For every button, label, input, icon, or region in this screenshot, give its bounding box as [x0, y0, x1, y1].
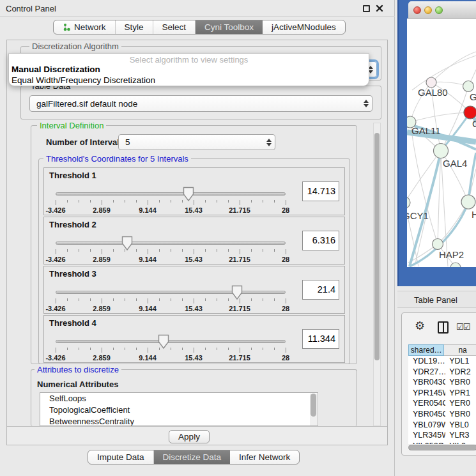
threshold-value-field[interactable]: 6.316 — [302, 231, 339, 250]
split-pane-icon[interactable] — [438, 321, 449, 334]
network-node-partial[interactable] — [450, 263, 461, 267]
select-columns-icon[interactable]: ☑☑ — [456, 322, 470, 332]
tick-label: 28 — [282, 354, 289, 362]
tab-select[interactable]: Select — [153, 20, 196, 34]
tick-label: 2.859 — [93, 305, 111, 312]
slider-tick-labels: -3.4262.8599.14415.4321.71528 — [56, 354, 286, 362]
threshold-slider[interactable]: -3.4262.8599.14415.4321.71528 — [56, 331, 286, 363]
minimize-traffic-light-icon[interactable] — [424, 6, 432, 14]
tick-mark — [56, 200, 56, 205]
slider-ticks — [56, 249, 286, 255]
network-node-gcy1[interactable] — [407, 197, 410, 208]
dropdown-item-equal-width-frequency[interactable]: Equal Width/Frequency Discretization — [12, 75, 155, 85]
table-row[interactable]: YLR345WYLR3 — [408, 430, 476, 441]
network-window-titlebar[interactable] — [408, 1, 476, 19]
tick-mark — [171, 249, 171, 252]
table-horizontal-scrollbar[interactable] — [408, 445, 476, 450]
tab-jactivemnodules[interactable]: jActiveMNodules — [263, 20, 345, 34]
slider-track[interactable] — [56, 340, 286, 343]
threshold-slider[interactable]: -3.4262.8599.14415.4321.71528 — [56, 282, 286, 314]
tick-mark — [125, 298, 125, 301]
table-row[interactable]: YDL19…YDL1 — [408, 356, 476, 367]
gear-icon[interactable]: ⚙ — [415, 320, 425, 332]
attribute-item-betweennesscentrality[interactable]: BetweennessCentrality — [40, 416, 318, 426]
dropdown-item-manual-discretization[interactable]: Manual Discretization — [12, 65, 100, 74]
tick-mark — [113, 298, 114, 301]
network-node-ga[interactable] — [463, 81, 474, 92]
tick-mark — [67, 348, 68, 350]
tick-label: 15.43 — [185, 305, 203, 312]
table-data-combobox[interactable]: galFiltered.sif default node — [29, 95, 372, 112]
tick-mark — [286, 298, 286, 303]
table-horizontal-scrollbar-thumb[interactable] — [408, 445, 476, 450]
tab-network[interactable]: Network — [54, 20, 116, 34]
network-node-h[interactable] — [461, 195, 475, 209]
close-icon[interactable] — [376, 4, 383, 12]
tick-mark — [90, 348, 91, 350]
apply-button[interactable]: Apply — [169, 430, 210, 443]
panel-vertical-scrollbar-thumb[interactable] — [374, 133, 380, 360]
tick-mark — [240, 249, 240, 254]
tick-mark — [182, 200, 183, 203]
network-canvas[interactable]: GAL80 GA C GAL11 GAL4 GCY1 H HAP2 — [407, 19, 476, 267]
zoom-traffic-light-icon[interactable] — [435, 6, 443, 14]
tick-label: 2.859 — [93, 354, 111, 362]
float-window-icon[interactable] — [363, 5, 370, 12]
tab-infer-network[interactable]: Infer Network — [230, 450, 299, 464]
threshold-value-field[interactable]: 21.4 — [302, 280, 339, 300]
tick-mark — [56, 348, 56, 353]
threshold-value-field[interactable]: 11.344 — [302, 329, 339, 349]
table-row[interactable]: YBL079WYBL0 — [408, 420, 476, 431]
table-row[interactable]: YBR043CYBR0 — [408, 377, 476, 388]
table-row[interactable]: YPR145WYPR1 — [408, 388, 476, 399]
attribute-item-topologicalcoefficient[interactable]: TopologicalCoefficient — [40, 404, 318, 416]
panel-vertical-scrollbar[interactable] — [373, 123, 381, 426]
attribute-item-selfloops[interactable]: SelfLoops — [40, 393, 318, 404]
slider-tick-labels: -3.4262.8599.14415.4321.71528 — [56, 256, 286, 264]
tab-discretize-data[interactable]: Discretize Data — [154, 450, 231, 464]
algorithm-dropdown-popup: Select algorithm to view settings Manual… — [8, 53, 369, 86]
tick-mark — [148, 298, 148, 303]
slider-track[interactable] — [56, 192, 286, 196]
threshold-value-field[interactable]: 14.713 — [302, 181, 339, 201]
close-traffic-light-icon[interactable] — [413, 6, 421, 14]
tab-label: Network — [74, 22, 106, 32]
network-node-red[interactable] — [464, 106, 476, 119]
column-header-2[interactable]: na — [444, 344, 476, 356]
tick-mark — [136, 298, 137, 301]
tab-cyni-toolbox[interactable]: Cyni Toolbox — [196, 20, 263, 34]
numerical-attributes-list[interactable]: SelfLoopsTopologicalCoefficientBetweenne… — [40, 392, 318, 426]
number-of-intervals-combobox[interactable]: 5 — [118, 134, 275, 150]
tick-mark — [171, 348, 171, 350]
tick-label: 2.859 — [93, 206, 111, 214]
tick-mark — [67, 249, 68, 252]
numerical-attributes-label: Numerical Attributes — [37, 380, 118, 389]
attributes-list-scrollbar[interactable] — [310, 394, 317, 426]
threshold-slider[interactable]: -3.4262.8599.14415.4321.71528 — [56, 233, 286, 265]
table-row[interactable]: YBR045CYBR0 — [408, 409, 476, 420]
dropdown-placeholder-item[interactable]: Select algorithm to view settings — [9, 55, 369, 65]
tab-style[interactable]: Style — [116, 20, 153, 34]
tick-mark — [240, 298, 240, 303]
slider-track[interactable] — [56, 242, 286, 245]
tab-label: jActiveMNodules — [272, 22, 336, 32]
tick-label: 21.715 — [229, 206, 250, 214]
tick-mark — [286, 348, 286, 353]
network-node-gal80[interactable] — [426, 77, 436, 88]
threshold-slider[interactable]: -3.4262.8599.14415.4321.71528 — [56, 183, 286, 215]
tick-mark — [228, 298, 229, 301]
table-row[interactable]: YER054CYER0 — [408, 398, 476, 409]
slider-track[interactable] — [56, 291, 286, 294]
tick-mark — [136, 348, 137, 350]
table-row[interactable]: YIL052CYIL0 — [408, 441, 476, 444]
tick-mark — [90, 200, 91, 203]
table-cell: YPR1 — [445, 388, 476, 399]
tick-mark — [194, 249, 194, 254]
network-node-hap2[interactable] — [433, 239, 443, 250]
network-node-gal4[interactable] — [434, 144, 449, 158]
tick-label: 15.43 — [185, 354, 203, 362]
tab-impute-data[interactable]: Impute Data — [88, 450, 154, 464]
tick-mark — [217, 249, 217, 252]
table-row[interactable]: YDR27…YDR2 — [408, 367, 476, 378]
column-header-1[interactable]: shared… — [408, 344, 444, 356]
